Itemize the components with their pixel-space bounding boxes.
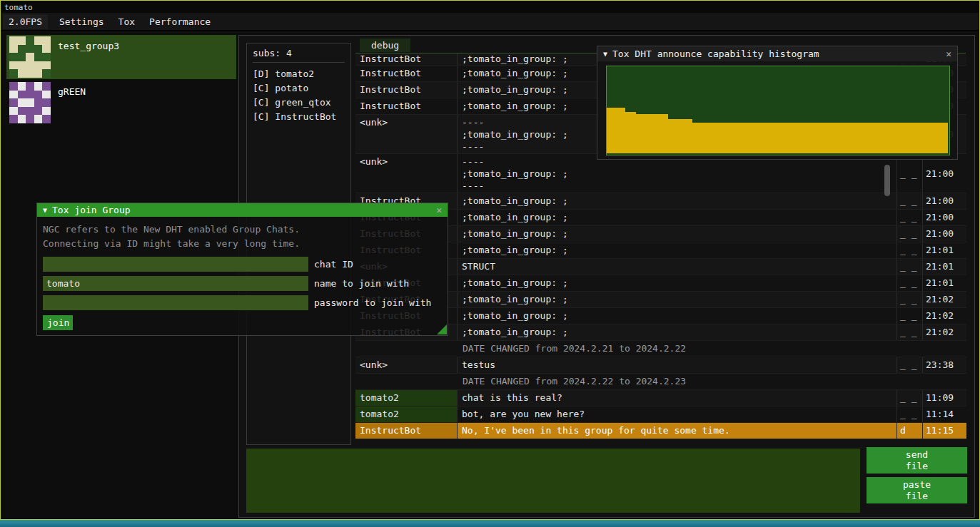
join-field-row: chat ID bbox=[43, 257, 442, 272]
message-flags: _ _ bbox=[897, 226, 923, 242]
collapse-arrow-icon[interactable]: ▼ bbox=[43, 206, 47, 214]
message-flags: _ _ bbox=[897, 242, 923, 258]
histogram-bar bbox=[692, 123, 948, 153]
desktop-background bbox=[0, 520, 980, 527]
group-avatar bbox=[9, 82, 51, 123]
join-window-title: Tox join Group bbox=[52, 205, 131, 215]
join-hint-line-2: Connecting via ID might take a very long… bbox=[43, 237, 442, 251]
chat-message-row[interactable]: <unk>testus_ _23:38 bbox=[355, 357, 966, 374]
message-time: 21:01 bbox=[923, 275, 966, 291]
date-separator-text: DATE CHANGED from 2024.2.22 to 2024.2.23 bbox=[355, 374, 686, 389]
message-time: 21:01 bbox=[923, 242, 966, 258]
message-time: 21:02 bbox=[923, 308, 966, 324]
message-text: ;tomato_in_group: ; bbox=[458, 193, 897, 209]
subs-list-item[interactable]: [D] tomato2 bbox=[253, 67, 350, 81]
resize-grip[interactable] bbox=[437, 324, 447, 334]
date-separator-text: DATE CHANGED from 2024.2.21 to 2024.2.22 bbox=[355, 341, 686, 357]
message-flags: d bbox=[897, 423, 923, 439]
paste-file-button[interactable]: paste file bbox=[867, 477, 967, 503]
histogram-window-titlebar[interactable]: ▼ Tox DHT announce capability histogram … bbox=[597, 46, 957, 61]
separator bbox=[253, 62, 345, 63]
message-author: InstructBot bbox=[355, 66, 458, 81]
date-separator-row: DATE CHANGED from 2024.2.22 to 2024.2.23 bbox=[355, 374, 966, 390]
message-author: <unk> bbox=[355, 154, 458, 193]
histogram-window-title: Tox DHT announce capability histogram bbox=[612, 48, 819, 59]
join-button[interactable]: join bbox=[43, 315, 73, 330]
menu-bar: 2.0FPSSettingsToxPerformance bbox=[1, 13, 979, 31]
message-author: tomato2 bbox=[355, 390, 458, 406]
message-author: tomato2 bbox=[355, 406, 458, 422]
join-field-row: name to join with bbox=[43, 276, 442, 291]
message-flags: _ _ bbox=[897, 357, 923, 373]
collapse-arrow-icon[interactable]: ▼ bbox=[603, 50, 607, 58]
message-author: InstructBot bbox=[355, 82, 458, 98]
join-input-chat-id[interactable] bbox=[43, 257, 308, 272]
message-text: ;tomato_in_group: ; bbox=[458, 308, 897, 324]
subs-list: [D] tomato2[C] potato[C] green_qtox[C] I… bbox=[253, 67, 350, 124]
chat-message-row[interactable]: InstructBotNo, I've been in this group f… bbox=[355, 423, 966, 439]
message-time: 21:00 bbox=[923, 193, 966, 209]
group-item-gREEN[interactable]: gREEN bbox=[6, 81, 236, 125]
message-author: InstructBot bbox=[355, 423, 458, 439]
group-list: test_group3gREEN bbox=[6, 35, 236, 126]
join-group-window: ▼ Tox join Group ✕ NGC refers to the New… bbox=[36, 203, 448, 336]
join-fields: chat IDname to join withpassword to join… bbox=[43, 257, 442, 310]
message-author: <unk> bbox=[355, 357, 458, 373]
message-time: 21:00 bbox=[923, 154, 966, 193]
close-icon[interactable]: ✕ bbox=[946, 48, 951, 59]
subs-count-header: subs: 4 bbox=[253, 48, 350, 58]
chat-message-row[interactable]: tomato2chat is this real?_ _11:09 bbox=[355, 390, 966, 406]
message-input[interactable] bbox=[246, 449, 860, 513]
message-flags: _ _ bbox=[897, 193, 923, 209]
message-text: chat is this real? bbox=[458, 390, 897, 406]
message-author: InstructBot bbox=[355, 53, 458, 65]
message-text: ;tomato_in_group: ; bbox=[458, 210, 897, 225]
histogram-bar bbox=[625, 112, 635, 153]
join-window-titlebar[interactable]: ▼ Tox join Group ✕ bbox=[37, 203, 448, 217]
window-titlebar[interactable]: tomato bbox=[1, 1, 979, 13]
message-time: 11:09 bbox=[923, 390, 966, 406]
message-flags: _ _ bbox=[897, 154, 923, 193]
message-text: ---- ;tomato_in_group: ; ---- bbox=[458, 154, 897, 193]
group-avatar bbox=[9, 36, 51, 78]
menu-item-tox[interactable]: Tox bbox=[111, 14, 142, 29]
join-input-password-to-join-with[interactable] bbox=[43, 295, 308, 310]
date-separator-row: DATE CHANGED from 2024.2.21 to 2024.2.22 bbox=[355, 341, 966, 357]
message-text: No, I've been in this group for quite so… bbox=[458, 423, 897, 439]
message-time: 11:14 bbox=[923, 406, 966, 422]
subs-list-item[interactable]: [C] InstructBot bbox=[253, 110, 350, 124]
message-flags: _ _ bbox=[897, 259, 923, 275]
message-time: 11:15 bbox=[923, 423, 966, 439]
scrollbar-thumb[interactable] bbox=[884, 165, 890, 196]
close-icon[interactable]: ✕ bbox=[436, 205, 442, 215]
message-flags: _ _ bbox=[897, 324, 923, 340]
subs-list-item[interactable]: [C] potato bbox=[253, 81, 350, 96]
menu-item-settings[interactable]: Settings bbox=[52, 14, 111, 29]
message-text: ;tomato_in_group: ; bbox=[458, 275, 897, 291]
join-window-body: NGC refers to the New DHT enabled Group … bbox=[37, 217, 448, 335]
message-time: 23:38 bbox=[923, 357, 966, 373]
message-text: ;tomato_in_group: ; bbox=[458, 292, 897, 307]
chat-message-row[interactable]: tomato2bot, are you new here?_ _11:14 bbox=[355, 406, 966, 423]
chat-message-row[interactable]: <unk>---- ;tomato_in_group: ; ----_ _21:… bbox=[355, 154, 966, 193]
join-field-row: password to join with bbox=[43, 295, 442, 310]
subs-list-item[interactable]: [C] green_qtox bbox=[253, 96, 350, 110]
group-item-test_group3[interactable]: test_group3 bbox=[6, 35, 236, 79]
group-name: test_group3 bbox=[51, 35, 119, 79]
histogram-bar bbox=[636, 114, 669, 153]
histogram-bar bbox=[607, 108, 625, 153]
message-flags: _ _ bbox=[897, 308, 923, 324]
message-text: ;tomato_in_group: ; bbox=[458, 324, 897, 340]
histogram-window: ▼ Tox DHT announce capability histogram … bbox=[597, 46, 958, 160]
message-text: ;tomato_in_group: ; bbox=[458, 242, 897, 258]
tab-debug[interactable]: debug bbox=[360, 39, 410, 52]
message-text: ;tomato_in_group: ; bbox=[458, 226, 897, 242]
join-input-name-to-join-with[interactable] bbox=[43, 276, 308, 291]
message-flags: _ _ bbox=[897, 292, 923, 307]
histogram-plot bbox=[606, 66, 950, 155]
send-file-button[interactable]: send file bbox=[867, 447, 967, 474]
join-field-label: name to join with bbox=[308, 276, 409, 291]
message-text: bot, are you new here? bbox=[458, 406, 897, 422]
app-window: tomato 2.0FPSSettingsToxPerformance test… bbox=[0, 0, 980, 520]
menu-item-performance[interactable]: Performance bbox=[142, 14, 218, 29]
